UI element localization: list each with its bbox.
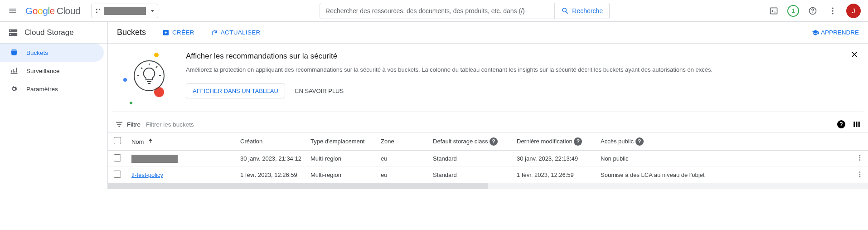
filter-bar: Filtre Filtrer les buckets ?	[108, 112, 868, 132]
svg-point-0	[96, 9, 97, 10]
cell-created: 30 janv. 2023, 21:34:12	[236, 151, 306, 167]
refresh-icon	[211, 29, 218, 36]
sidebar: Cloud Storage Buckets Surveillance Param…	[0, 22, 108, 189]
search-input[interactable]: Rechercher des ressources, des documents…	[320, 3, 555, 19]
cell-created: 1 févr. 2023, 12:26:59	[236, 167, 306, 183]
filter-input[interactable]: Filtrer les buckets	[146, 121, 194, 128]
select-all-checkbox[interactable]	[114, 137, 121, 144]
service-header: Cloud Storage	[0, 22, 107, 44]
learn-button[interactable]: APPRENDRE	[812, 29, 859, 36]
svg-point-7	[832, 13, 833, 14]
close-icon[interactable]	[850, 50, 859, 60]
cell-storage-class: Standard	[428, 151, 512, 167]
project-name-redacted	[104, 7, 145, 15]
logo-suffix: Cloud	[57, 5, 80, 16]
table-header-row: Nom Création Type d'emplacement Zone Def…	[108, 132, 868, 151]
banner-text: Améliorez la protection en appliquant de…	[186, 65, 713, 74]
filter-help-icon[interactable]: ?	[837, 120, 845, 128]
bucket-name-link[interactable]: tf-test-policy	[131, 171, 163, 178]
column-header-modified[interactable]: Dernière modification ?	[512, 132, 596, 151]
learn-label: APPRENDRE	[821, 29, 859, 36]
column-header-name[interactable]: Nom	[127, 132, 236, 151]
column-header-location-type[interactable]: Type d'emplacement	[306, 132, 376, 151]
row-checkbox[interactable]	[114, 171, 121, 178]
sidebar-item-label: Surveillance	[26, 68, 60, 74]
sidebar-item-parametres[interactable]: Paramètres	[0, 80, 107, 98]
svg-point-18	[859, 157, 861, 159]
project-icon	[95, 8, 101, 14]
search-icon	[561, 7, 569, 15]
monitoring-icon	[10, 67, 18, 75]
row-checkbox[interactable]	[114, 154, 121, 161]
hamburger-menu-icon[interactable]	[7, 5, 18, 16]
cell-location-type: Multi-region	[306, 167, 376, 183]
gear-icon	[10, 85, 18, 93]
svg-rect-15	[856, 122, 858, 127]
banner-content: Afficher les recommandations sur la sécu…	[186, 52, 713, 102]
search-placeholder-text: Rechercher des ressources, des documents…	[325, 7, 525, 15]
security-recommendation-banner: Afficher les recommandations sur la sécu…	[112, 44, 863, 112]
banner-secondary-button[interactable]: EN SAVOIR PLUS	[295, 88, 344, 94]
lightbulb-icon	[133, 60, 165, 92]
more-vert-icon[interactable]	[856, 171, 863, 178]
search-button[interactable]: Recherche	[555, 3, 610, 19]
sidebar-item-surveillance[interactable]: Surveillance	[0, 62, 107, 80]
more-vert-icon[interactable]	[826, 5, 839, 17]
banner-title: Afficher les recommandations sur la sécu…	[186, 52, 713, 61]
banner-primary-button[interactable]: AFFICHER DANS UN TABLEAU	[186, 83, 285, 98]
create-button[interactable]: CRÉER	[162, 29, 194, 36]
column-header-public-access[interactable]: Accès public ?	[596, 132, 852, 151]
refresh-label: ACTUALISER	[221, 29, 261, 36]
filter-label: Filtre	[127, 121, 141, 128]
cloud-shell-icon[interactable]	[767, 5, 780, 17]
banner-illustration	[121, 52, 176, 102]
svg-rect-16	[858, 122, 860, 127]
cell-public-access: Non public	[596, 151, 852, 167]
svg-point-5	[832, 7, 833, 9]
sidebar-item-buckets[interactable]: Buckets	[0, 44, 104, 62]
horizontal-scrollbar[interactable]	[108, 183, 868, 189]
create-label: CRÉER	[172, 29, 194, 36]
svg-point-22	[859, 176, 861, 177]
top-bar: Google Cloud Rechercher des ressources, …	[0, 0, 868, 22]
google-cloud-logo[interactable]: Google Cloud	[25, 5, 80, 16]
trial-badge[interactable]: 1	[787, 5, 799, 17]
svg-point-17	[859, 155, 861, 157]
cell-public-access: Soumise à des LCA au niveau de l'objet	[596, 167, 852, 183]
column-header-storage-class[interactable]: Default storage class ?	[428, 132, 512, 151]
refresh-button[interactable]: ACTUALISER	[211, 29, 261, 36]
trial-badge-number: 1	[791, 7, 795, 14]
buckets-table: Nom Création Type d'emplacement Zone Def…	[108, 132, 868, 183]
svg-rect-14	[853, 122, 855, 127]
help-icon[interactable]: ?	[490, 137, 498, 146]
column-header-zone[interactable]: Zone	[376, 132, 428, 151]
cell-modified: 1 févr. 2023, 12:26:59	[512, 167, 596, 183]
svg-point-20	[859, 171, 861, 173]
cell-location-type: Multi-region	[306, 151, 376, 167]
help-icon[interactable]: ?	[574, 137, 582, 146]
sidebar-item-label: Paramètres	[26, 86, 58, 93]
chevron-down-icon	[149, 7, 156, 15]
bucket-icon	[10, 49, 18, 57]
bucket-name-redacted	[131, 155, 178, 163]
top-right-tools: 1 J	[767, 4, 861, 18]
svg-rect-3	[771, 8, 777, 14]
svg-point-6	[832, 10, 833, 11]
more-vert-icon[interactable]	[856, 154, 863, 161]
table-row: 30 janv. 2023, 21:34:12Multi-regioneuSta…	[108, 151, 868, 167]
column-header-creation[interactable]: Création	[236, 132, 306, 151]
avatar[interactable]: J	[846, 4, 861, 18]
help-icon[interactable]: ?	[635, 137, 644, 146]
project-picker[interactable]	[91, 4, 158, 18]
cell-modified: 30 janv. 2023, 22:13:49	[512, 151, 596, 167]
page-title: Buckets	[117, 28, 146, 37]
help-icon[interactable]	[806, 5, 819, 17]
cell-zone: eu	[376, 151, 428, 167]
service-name: Cloud Storage	[24, 28, 74, 37]
avatar-letter: J	[852, 7, 855, 15]
svg-point-19	[859, 159, 861, 161]
main-content: Buckets CRÉER ACTUALISER APPRENDRE	[108, 22, 868, 189]
column-options-icon[interactable]	[853, 120, 861, 128]
graduation-cap-icon	[812, 29, 819, 36]
sort-asc-icon	[147, 137, 154, 144]
